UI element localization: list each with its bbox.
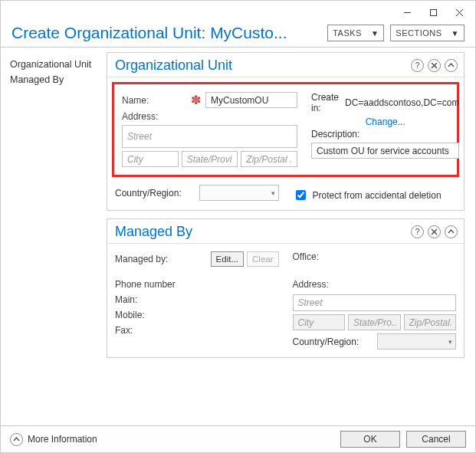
clear-button[interactable]: Clear <box>247 251 278 267</box>
close-section-icon[interactable] <box>428 59 441 72</box>
main-phone-label: Main: <box>115 294 192 305</box>
city-input[interactable] <box>122 151 179 167</box>
chevron-down-icon: ▼ <box>451 29 459 38</box>
office-label: Office: <box>293 251 369 262</box>
collapse-icon[interactable] <box>445 59 458 72</box>
section-managed-by: Managed By ? Managed by: Edit... <box>107 218 465 358</box>
mb-address-label: Address: <box>293 279 369 290</box>
section-title-ou: Organizational Unit <box>115 57 407 74</box>
more-information-toggle[interactable]: More Information <box>10 433 97 446</box>
page-title: Create Organizational Unit: MyCusto... <box>11 24 321 42</box>
description-input[interactable] <box>311 143 459 159</box>
sections-dropdown[interactable]: SECTIONS ▼ <box>390 25 465 41</box>
mb-city-input <box>293 314 346 330</box>
country-label: Country/Region: <box>115 188 199 199</box>
sidebar-item-organizational-unit[interactable]: Organizational Unit <box>8 57 103 72</box>
ok-button[interactable]: OK <box>340 431 400 448</box>
managed-by-label: Managed by: <box>115 254 192 264</box>
mobile-phone-label: Mobile: <box>115 310 192 320</box>
sidebar: Organizational Unit Managed By <box>1 52 107 425</box>
highlighted-fields: Name: ✽ Address: <box>112 82 459 177</box>
help-icon[interactable]: ? <box>411 225 424 238</box>
mb-street-input <box>293 294 457 311</box>
svg-rect-1 <box>430 9 436 15</box>
chevron-up-icon <box>10 433 23 446</box>
mb-state-input <box>348 314 401 330</box>
name-label: Name: <box>122 95 188 106</box>
tasks-label: TASKS <box>333 28 362 38</box>
minimize-button[interactable] <box>394 3 420 21</box>
header: Create Organizational Unit: MyCusto... T… <box>1 24 475 48</box>
description-label: Description: <box>311 129 359 140</box>
close-button[interactable] <box>446 3 472 21</box>
create-in-label: Create in: <box>311 92 339 113</box>
edit-button[interactable]: Edit... <box>211 251 244 267</box>
titlebar <box>1 1 475 24</box>
footer: More Information OK Cancel <box>1 425 475 452</box>
country-select[interactable]: ▾ <box>199 185 279 201</box>
state-input[interactable] <box>182 151 238 167</box>
sections-label: SECTIONS <box>396 28 442 38</box>
create-in-path: DC=aaddscontoso,DC=com <box>345 97 459 108</box>
chevron-down-icon: ▾ <box>448 338 452 346</box>
help-icon[interactable]: ? <box>411 59 424 72</box>
protect-checkbox[interactable] <box>296 190 306 200</box>
collapse-icon[interactable] <box>445 225 458 238</box>
mb-country-select: ▾ <box>377 333 457 350</box>
mb-zip-input <box>404 314 457 330</box>
more-info-label: More Information <box>28 434 97 445</box>
address-label: Address: <box>122 111 188 122</box>
protect-label: Protect from accidental deletion <box>313 190 442 201</box>
section-title-mb: Managed By <box>115 224 407 240</box>
close-section-icon[interactable] <box>428 225 441 238</box>
change-link[interactable]: Change... <box>366 117 405 127</box>
sidebar-item-managed-by[interactable]: Managed By <box>8 72 103 87</box>
chevron-down-icon: ▾ <box>271 189 275 197</box>
maximize-button[interactable] <box>420 3 446 21</box>
chevron-down-icon: ▼ <box>371 29 379 38</box>
street-input[interactable] <box>122 125 297 148</box>
mb-country-label: Country/Region: <box>293 336 377 347</box>
fax-label: Fax: <box>115 325 192 336</box>
phone-label: Phone number <box>115 279 192 290</box>
name-input[interactable] <box>205 92 297 108</box>
zip-input[interactable] <box>241 151 297 167</box>
tasks-dropdown[interactable]: TASKS ▼ <box>327 25 384 41</box>
section-organizational-unit: Organizational Unit ? Name: ✽ <box>107 52 465 211</box>
cancel-button[interactable]: Cancel <box>406 431 466 448</box>
